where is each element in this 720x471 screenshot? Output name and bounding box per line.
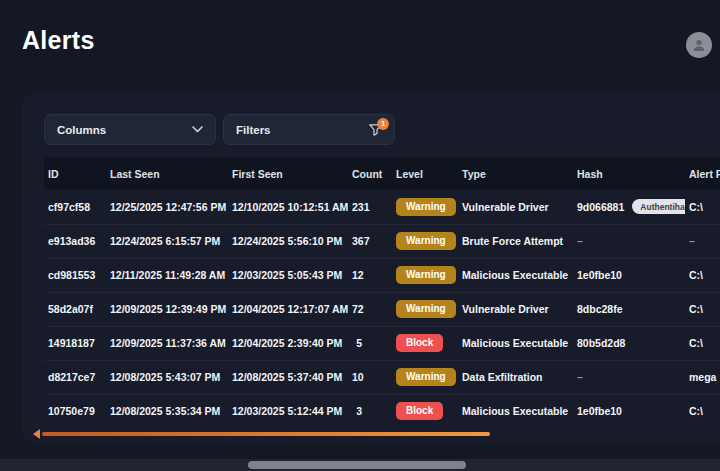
cell-hash: 9d066881Authentihash bbox=[573, 190, 685, 224]
cell-hash: 80b5d2d8 bbox=[573, 326, 685, 360]
cell-first-seen: 12/24/2025 5:56:10 PM bbox=[228, 224, 348, 258]
level-badge: Block bbox=[396, 334, 443, 352]
filters-count-badge: 1 bbox=[377, 118, 389, 130]
cell-count: 72 bbox=[348, 292, 392, 326]
columns-button-label: Columns bbox=[57, 124, 106, 136]
cell-alert-path: mega bbox=[685, 360, 720, 394]
level-badge: Warning bbox=[396, 198, 456, 216]
cell-alert-path: C:\ bbox=[685, 394, 720, 428]
cell-level: Block bbox=[392, 394, 458, 428]
table-row[interactable]: cf97cf58 12/25/2025 12:47:56 PM 12/10/20… bbox=[44, 190, 720, 224]
cell-level: Warning bbox=[392, 292, 458, 326]
cell-first-seen: 12/04/2025 12:17:07 AM bbox=[228, 292, 348, 326]
level-badge: Block bbox=[396, 402, 443, 420]
cell-first-seen: 12/03/2025 5:12:44 PM bbox=[228, 394, 348, 428]
cell-alert-path: C:\ bbox=[685, 258, 720, 292]
cell-hash: – bbox=[573, 224, 685, 258]
cell-hash: 1e0fbe10 bbox=[573, 258, 685, 292]
column-header-id: ID bbox=[44, 158, 106, 190]
table-row[interactable]: e913ad36 12/24/2025 6:15:57 PM 12/24/202… bbox=[44, 224, 720, 258]
alerts-table: ID Last Seen First Seen Count Level Type… bbox=[22, 158, 720, 428]
level-badge: Warning bbox=[396, 368, 456, 386]
column-header-first-seen: First Seen bbox=[228, 158, 348, 190]
cell-alert-path: C:\ bbox=[685, 326, 720, 360]
cell-id: 14918187 bbox=[44, 326, 106, 360]
cell-level: Warning bbox=[392, 360, 458, 394]
chevron-down-icon bbox=[192, 126, 203, 133]
column-header-last-seen: Last Seen bbox=[106, 158, 228, 190]
cell-alert-path: – bbox=[685, 224, 720, 258]
cell-type: Malicious Executable bbox=[458, 326, 573, 360]
table-header-row: ID Last Seen First Seen Count Level Type… bbox=[44, 158, 720, 190]
authentihash-badge: Authentihash bbox=[632, 199, 685, 214]
table-row[interactable]: 14918187 12/09/2025 11:37:36 AM 12/04/20… bbox=[44, 326, 720, 360]
column-header-type: Type bbox=[458, 158, 573, 190]
cell-type: Vulnerable Driver bbox=[458, 292, 573, 326]
cell-first-seen: 12/10/2025 10:12:51 AM bbox=[228, 190, 348, 224]
cell-alert-path: C:\ bbox=[685, 292, 720, 326]
table-row[interactable]: 58d2a07f 12/09/2025 12:39:49 PM 12/04/20… bbox=[44, 292, 720, 326]
alerts-card: Columns Filters 1 bbox=[22, 94, 720, 442]
columns-dropdown-button[interactable]: Columns bbox=[44, 114, 216, 145]
page-horizontal-scrollbar-thumb[interactable] bbox=[248, 461, 466, 469]
level-badge: Warning bbox=[396, 232, 456, 250]
column-header-count: Count bbox=[348, 158, 392, 190]
cell-level: Warning bbox=[392, 258, 458, 292]
cell-alert-path: C:\ bbox=[685, 190, 720, 224]
cell-first-seen: 12/03/2025 5:05:43 PM bbox=[228, 258, 348, 292]
column-header-alert-path: Alert Path bbox=[685, 158, 720, 190]
cell-type: Vulnerable Driver bbox=[458, 190, 573, 224]
cell-id: e913ad36 bbox=[44, 224, 106, 258]
cell-level: Block bbox=[392, 326, 458, 360]
cell-count: 12 bbox=[348, 258, 392, 292]
cell-last-seen: 12/08/2025 5:35:34 PM bbox=[106, 394, 228, 428]
cell-last-seen: 12/11/2025 11:49:28 AM bbox=[106, 258, 228, 292]
cell-count: 367 bbox=[348, 224, 392, 258]
table-row[interactable]: 10750e79 12/08/2025 5:35:34 PM 12/03/202… bbox=[44, 394, 720, 428]
table-row[interactable]: cd981553 12/11/2025 11:49:28 AM 12/03/20… bbox=[44, 258, 720, 292]
cell-hash: 1e0fbe10 bbox=[573, 394, 685, 428]
table-row[interactable]: d8217ce7 12/08/2025 5:43:07 PM 12/08/202… bbox=[44, 360, 720, 394]
cell-type: Malicious Executable bbox=[458, 394, 573, 428]
filters-dropdown-button[interactable]: Filters 1 bbox=[223, 114, 395, 145]
cell-id: 10750e79 bbox=[44, 394, 106, 428]
cell-count: 5 bbox=[348, 326, 392, 360]
level-badge: Warning bbox=[396, 300, 456, 318]
filters-button-label: Filters bbox=[236, 124, 271, 136]
cell-hash: 8dbc28fe bbox=[573, 292, 685, 326]
cell-last-seen: 12/09/2025 11:37:36 AM bbox=[106, 326, 228, 360]
cell-first-seen: 12/04/2025 2:39:40 PM bbox=[228, 326, 348, 360]
cell-id: cf97cf58 bbox=[44, 190, 106, 224]
cell-last-seen: 12/08/2025 5:43:07 PM bbox=[106, 360, 228, 394]
page-horizontal-scrollbar-track[interactable] bbox=[0, 459, 720, 471]
cell-last-seen: 12/09/2025 12:39:49 PM bbox=[106, 292, 228, 326]
cell-level: Warning bbox=[392, 190, 458, 224]
cell-count: 10 bbox=[348, 360, 392, 394]
column-header-hash: Hash bbox=[573, 158, 685, 190]
page-title: Alerts bbox=[22, 26, 95, 55]
table-toolbar: Columns Filters 1 bbox=[22, 94, 720, 158]
scroll-left-arrow-icon[interactable] bbox=[33, 429, 40, 439]
cell-id: 58d2a07f bbox=[44, 292, 106, 326]
user-icon bbox=[692, 38, 706, 52]
cell-type: Brute Force Attempt bbox=[458, 224, 573, 258]
cell-last-seen: 12/24/2025 6:15:57 PM bbox=[106, 224, 228, 258]
column-header-level: Level bbox=[392, 158, 458, 190]
level-badge: Warning bbox=[396, 266, 456, 284]
cell-id: d8217ce7 bbox=[44, 360, 106, 394]
cell-type: Malicious Executable bbox=[458, 258, 573, 292]
cell-type: Data Exfiltration bbox=[458, 360, 573, 394]
cell-id: cd981553 bbox=[44, 258, 106, 292]
user-avatar-button[interactable] bbox=[686, 32, 712, 58]
table-horizontal-scrollbar-thumb[interactable] bbox=[42, 432, 490, 436]
cell-level: Warning bbox=[392, 224, 458, 258]
cell-last-seen: 12/25/2025 12:47:56 PM bbox=[106, 190, 228, 224]
cell-hash: – bbox=[573, 360, 685, 394]
cell-first-seen: 12/08/2025 5:37:40 PM bbox=[228, 360, 348, 394]
cell-count: 3 bbox=[348, 394, 392, 428]
cell-count: 231 bbox=[348, 190, 392, 224]
